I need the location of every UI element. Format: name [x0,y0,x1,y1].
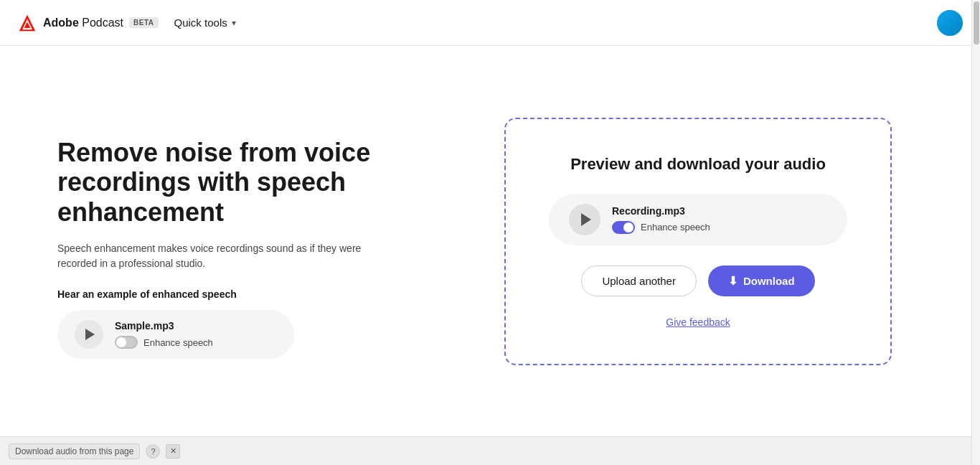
sample-enhance-row: Enhance speech [115,336,213,349]
beta-badge: BETA [129,17,158,28]
give-feedback-button[interactable]: Give feedback [666,316,730,328]
left-panel: Remove noise from voice recordings with … [57,123,430,359]
question-button[interactable]: ? [146,444,160,459]
avatar[interactable] [937,10,963,36]
sample-audio-info: Sample.mp3 Enhance speech [115,320,213,349]
subtitle: Speech enhancement makes voice recording… [57,241,373,271]
download-button[interactable]: ⬇ Download [708,266,815,296]
quick-tools-label: Quick tools [174,17,227,29]
preview-box: Preview and download your audio Recordin… [504,118,892,365]
download-icon: ⬇ [728,274,738,288]
recording-audio-info: Recording.mp3 Enhance speech [612,205,710,234]
sample-audio-card: Sample.mp3 Enhance speech [57,310,294,359]
scrollbar-thumb[interactable] [974,1,979,44]
chevron-down-icon: ▾ [232,18,236,28]
sample-play-button[interactable] [75,320,103,349]
recording-enhance-toggle[interactable] [612,221,635,234]
close-button[interactable]: ✕ [166,444,180,459]
recording-enhance-row: Enhance speech [612,221,710,234]
preview-title: Preview and download your audio [570,155,826,174]
sample-enhance-toggle[interactable] [115,336,138,349]
quick-tools-button[interactable]: Quick tools ▾ [167,12,243,33]
recording-play-button[interactable] [569,204,600,235]
adobe-logo: Adobe Podcast BETA [17,13,159,33]
download-label: Download [743,275,795,287]
main-content: Remove noise from voice recordings with … [0,46,980,436]
recording-filename: Recording.mp3 [612,205,710,217]
recording-play-icon [581,213,591,226]
bottom-bar: Download audio from this page ? ✕ [0,436,980,465]
main-title: Remove noise from voice recordings with … [57,138,430,227]
right-panel: Preview and download your audio Recordin… [473,118,923,365]
recording-enhance-label: Enhance speech [641,222,710,232]
adobe-logo-icon [17,13,37,33]
adobe-text: Adobe Podcast [43,17,123,29]
header: Adobe Podcast BETA Quick tools ▾ [0,0,980,46]
sample-filename: Sample.mp3 [115,320,213,332]
scrollbar[interactable] [971,0,980,465]
action-row: Upload another ⬇ Download [581,266,814,296]
download-audio-page-button[interactable]: Download audio from this page [9,443,140,459]
recording-audio-card: Recording.mp3 Enhance speech [549,194,847,245]
example-label: Hear an example of enhanced speech [57,288,430,300]
upload-another-button[interactable]: Upload another [581,266,697,296]
sample-enhance-label: Enhance speech [143,337,213,348]
avatar-image [937,10,963,36]
play-icon [85,329,95,340]
download-audio-page-label: Download audio from this page [15,446,133,456]
header-left: Adobe Podcast BETA Quick tools ▾ [17,12,243,33]
